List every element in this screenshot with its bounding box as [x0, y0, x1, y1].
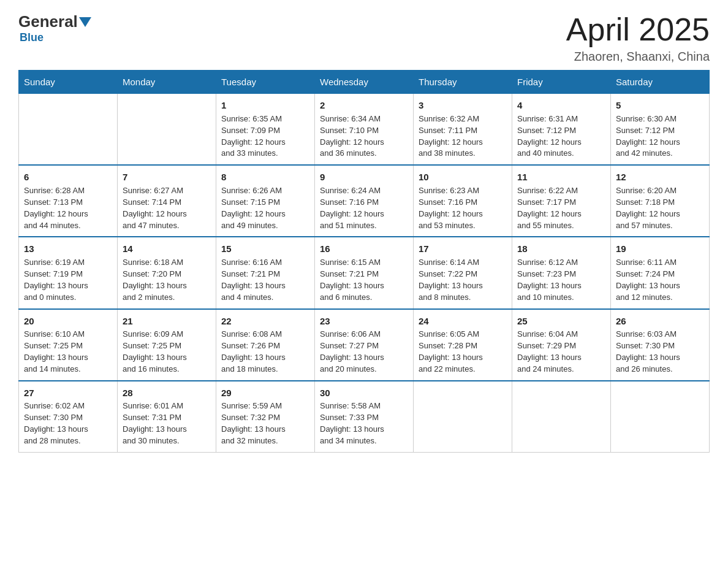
- day-info: and 57 minutes.: [616, 220, 704, 232]
- calendar-cell: [19, 94, 118, 166]
- day-number: 20: [24, 315, 112, 328]
- day-info: Sunrise: 6:27 AM: [123, 185, 211, 197]
- day-info: Sunrise: 6:06 AM: [320, 329, 408, 340]
- day-info: Sunrise: 6:31 AM: [517, 113, 605, 125]
- day-info: and 30 minutes.: [123, 435, 211, 447]
- day-info: Daylight: 13 hours: [221, 424, 309, 435]
- header: General Blue April 2025 Zhaoren, Shaanxi…: [18, 12, 710, 64]
- day-number: 2: [320, 99, 408, 112]
- calendar-cell: 3Sunrise: 6:32 AMSunset: 7:11 PMDaylight…: [414, 94, 512, 166]
- calendar-cell: 22Sunrise: 6:08 AMSunset: 7:26 PMDayligh…: [216, 309, 315, 381]
- day-number: 29: [221, 386, 309, 400]
- day-number: 21: [123, 315, 211, 328]
- day-info: Sunset: 7:30 PM: [616, 340, 704, 352]
- logo-blue-text: Blue: [18, 31, 44, 44]
- calendar-cell: [118, 94, 216, 166]
- day-info: Sunrise: 6:18 AM: [123, 257, 211, 269]
- calendar-cell: 26Sunrise: 6:03 AMSunset: 7:30 PMDayligh…: [611, 309, 710, 381]
- day-info: Sunrise: 6:28 AM: [24, 185, 112, 197]
- calendar-header-row: SundayMondayTuesdayWednesdayThursdayFrid…: [19, 71, 710, 94]
- day-info: Sunset: 7:27 PM: [320, 340, 408, 352]
- calendar-cell: 21Sunrise: 6:09 AMSunset: 7:25 PMDayligh…: [118, 309, 216, 381]
- day-info: Sunset: 7:24 PM: [616, 269, 704, 280]
- day-info: Daylight: 12 hours: [517, 209, 605, 220]
- day-info: Sunrise: 6:19 AM: [24, 257, 112, 269]
- header-friday: Friday: [512, 71, 611, 94]
- logo-triangle-icon: [79, 17, 91, 27]
- calendar-cell: 30Sunrise: 5:58 AMSunset: 7:33 PMDayligh…: [315, 381, 414, 453]
- calendar-cell: 12Sunrise: 6:20 AMSunset: 7:18 PMDayligh…: [611, 165, 710, 237]
- calendar-cell: 7Sunrise: 6:27 AMSunset: 7:14 PMDaylight…: [118, 165, 216, 237]
- day-info: Daylight: 12 hours: [24, 209, 112, 220]
- day-info: Sunset: 7:30 PM: [24, 412, 112, 424]
- calendar-table: SundayMondayTuesdayWednesdayThursdayFrid…: [18, 70, 710, 453]
- day-info: and 40 minutes.: [517, 148, 605, 159]
- day-info: Sunset: 7:15 PM: [221, 197, 309, 209]
- day-number: 3: [419, 99, 507, 112]
- day-info: Sunset: 7:12 PM: [517, 125, 605, 137]
- calendar-cell: 4Sunrise: 6:31 AMSunset: 7:12 PMDaylight…: [512, 94, 611, 166]
- day-info: and 51 minutes.: [320, 220, 408, 232]
- week-row-1: 1Sunrise: 6:35 AMSunset: 7:09 PMDaylight…: [19, 94, 710, 166]
- day-number: 13: [24, 242, 112, 256]
- header-monday: Monday: [118, 71, 216, 94]
- day-info: Daylight: 12 hours: [616, 137, 704, 148]
- day-info: Sunset: 7:16 PM: [419, 197, 507, 209]
- day-info: Daylight: 13 hours: [123, 352, 211, 364]
- day-info: Sunset: 7:14 PM: [123, 197, 211, 209]
- day-info: Sunset: 7:32 PM: [221, 412, 309, 424]
- calendar-cell: 29Sunrise: 5:59 AMSunset: 7:32 PMDayligh…: [216, 381, 315, 453]
- day-info: Sunrise: 6:32 AM: [419, 113, 507, 125]
- day-info: Daylight: 13 hours: [616, 352, 704, 364]
- day-info: and 20 minutes.: [320, 364, 408, 375]
- day-info: Sunrise: 6:26 AM: [221, 185, 309, 197]
- calendar-cell: 27Sunrise: 6:02 AMSunset: 7:30 PMDayligh…: [19, 381, 118, 453]
- day-number: 11: [517, 170, 605, 184]
- day-info: and 36 minutes.: [320, 148, 408, 159]
- day-info: Daylight: 13 hours: [123, 280, 211, 292]
- day-info: Sunset: 7:09 PM: [221, 125, 309, 137]
- day-info: Daylight: 13 hours: [221, 352, 309, 364]
- header-wednesday: Wednesday: [315, 71, 414, 94]
- day-info: Sunset: 7:12 PM: [616, 125, 704, 137]
- week-row-5: 27Sunrise: 6:02 AMSunset: 7:30 PMDayligh…: [19, 381, 710, 453]
- calendar-cell: 17Sunrise: 6:14 AMSunset: 7:22 PMDayligh…: [414, 237, 512, 308]
- day-info: Daylight: 12 hours: [123, 209, 211, 220]
- logo-general-text: General: [18, 12, 78, 31]
- day-info: Sunset: 7:23 PM: [517, 269, 605, 280]
- calendar-cell: 16Sunrise: 6:15 AMSunset: 7:21 PMDayligh…: [315, 237, 414, 308]
- day-number: 22: [221, 315, 309, 328]
- day-info: and 12 minutes.: [616, 292, 704, 304]
- day-info: Sunrise: 6:01 AM: [123, 400, 211, 412]
- calendar-cell: [512, 381, 611, 453]
- day-info: Daylight: 12 hours: [221, 209, 309, 220]
- day-info: Daylight: 13 hours: [24, 424, 112, 435]
- day-info: and 6 minutes.: [320, 292, 408, 304]
- title-block: April 2025 Zhaoren, Shaanxi, China: [566, 12, 710, 64]
- day-info: and 24 minutes.: [517, 364, 605, 375]
- day-info: Sunrise: 6:22 AM: [517, 185, 605, 197]
- day-info: and 44 minutes.: [24, 220, 112, 232]
- day-info: Daylight: 13 hours: [221, 280, 309, 292]
- day-info: Daylight: 12 hours: [616, 209, 704, 220]
- day-info: Sunrise: 6:14 AM: [419, 257, 507, 269]
- day-info: Daylight: 13 hours: [320, 352, 408, 364]
- calendar-cell: 2Sunrise: 6:34 AMSunset: 7:10 PMDaylight…: [315, 94, 414, 166]
- day-info: Sunrise: 6:12 AM: [517, 257, 605, 269]
- day-info: Sunset: 7:18 PM: [616, 197, 704, 209]
- day-info: Sunset: 7:21 PM: [320, 269, 408, 280]
- calendar-cell: 10Sunrise: 6:23 AMSunset: 7:16 PMDayligh…: [414, 165, 512, 237]
- day-info: Daylight: 12 hours: [419, 137, 507, 148]
- day-number: 14: [123, 242, 211, 256]
- calendar-cell: 19Sunrise: 6:11 AMSunset: 7:24 PMDayligh…: [611, 237, 710, 308]
- day-number: 23: [320, 315, 408, 328]
- day-number: 12: [616, 170, 704, 184]
- day-info: and 38 minutes.: [419, 148, 507, 159]
- day-info: Sunrise: 6:05 AM: [419, 329, 507, 340]
- day-info: and 28 minutes.: [24, 435, 112, 447]
- calendar-cell: 11Sunrise: 6:22 AMSunset: 7:17 PMDayligh…: [512, 165, 611, 237]
- week-row-2: 6Sunrise: 6:28 AMSunset: 7:13 PMDaylight…: [19, 165, 710, 237]
- day-info: and 33 minutes.: [221, 148, 309, 159]
- day-info: and 53 minutes.: [419, 220, 507, 232]
- day-number: 5: [616, 99, 704, 112]
